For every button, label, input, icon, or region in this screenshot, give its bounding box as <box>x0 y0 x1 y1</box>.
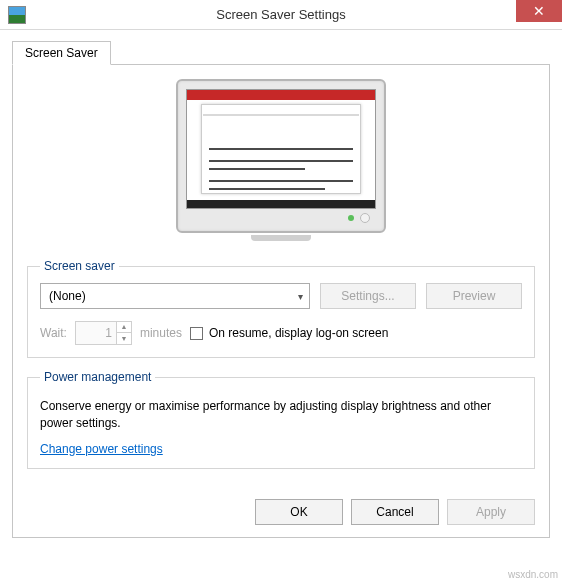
watermark: wsxdn.com <box>508 569 558 580</box>
spinner-up-icon[interactable]: ▲ <box>117 322 131 333</box>
power-legend: Power management <box>40 370 155 384</box>
wait-label: Wait: <box>40 326 67 340</box>
wait-input[interactable] <box>76 322 116 344</box>
power-group: Power management Conserve energy or maxi… <box>27 370 535 469</box>
apply-button[interactable]: Apply <box>447 499 535 525</box>
checkbox-box-icon <box>190 327 203 340</box>
screensaver-select[interactable]: (None) ▾ <box>40 283 310 309</box>
minutes-label: minutes <box>140 326 182 340</box>
power-text: Conserve energy or maximise performance … <box>40 398 522 432</box>
tab-page: Screen saver (None) ▾ Settings... Previe… <box>12 64 550 538</box>
wait-spinner[interactable]: ▲ ▼ <box>75 321 132 345</box>
dialog-footer: OK Cancel Apply <box>255 499 535 525</box>
titlebar: Screen Saver Settings ✕ <box>0 0 562 30</box>
screensaver-select-value: (None) <box>49 289 86 303</box>
dialog-body: Screen Saver <box>0 30 562 538</box>
preview-monitor <box>176 79 386 241</box>
change-power-settings-link[interactable]: Change power settings <box>40 442 163 456</box>
tab-screensaver[interactable]: Screen Saver <box>12 41 111 65</box>
cancel-button[interactable]: Cancel <box>351 499 439 525</box>
app-icon <box>8 6 26 24</box>
screensaver-legend: Screen saver <box>40 259 119 273</box>
tabstrip: Screen Saver <box>12 41 550 65</box>
ok-button[interactable]: OK <box>255 499 343 525</box>
screensaver-group: Screen saver (None) ▾ Settings... Previe… <box>27 259 535 358</box>
close-button[interactable]: ✕ <box>516 0 562 22</box>
preview-button[interactable]: Preview <box>426 283 522 309</box>
chevron-down-icon: ▾ <box>298 291 303 302</box>
resume-checkbox-label: On resume, display log-on screen <box>209 326 388 340</box>
spinner-down-icon[interactable]: ▼ <box>117 333 131 344</box>
close-icon: ✕ <box>533 3 545 19</box>
settings-button[interactable]: Settings... <box>320 283 416 309</box>
window-title: Screen Saver Settings <box>0 7 562 22</box>
resume-checkbox[interactable]: On resume, display log-on screen <box>190 326 388 340</box>
preview-monitor-wrap <box>27 79 535 241</box>
